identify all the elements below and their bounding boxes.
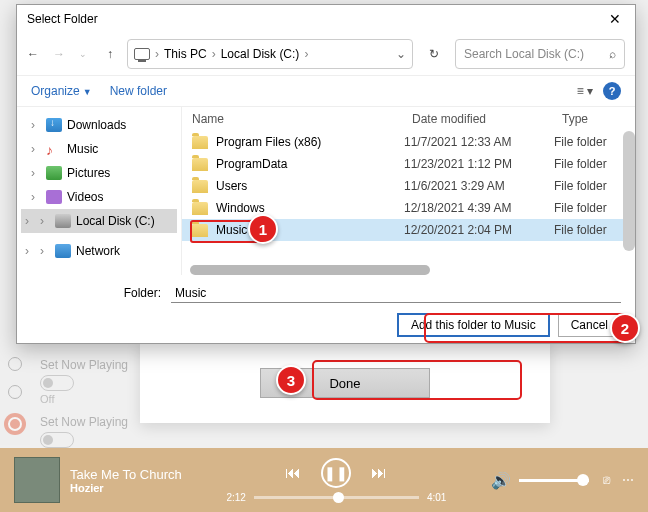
toggle-off[interactable] [40, 432, 74, 448]
pause-button[interactable]: ❚❚ [321, 458, 351, 488]
gear-icon [8, 385, 22, 399]
toggle-off[interactable] [40, 375, 74, 391]
file-name: Users [216, 179, 247, 193]
ic-net [55, 244, 71, 258]
up-button[interactable]: ↑ [107, 47, 113, 61]
view-options-icon[interactable]: ≡ ▾ [577, 84, 593, 98]
folder-input[interactable] [171, 283, 621, 303]
folder-icon [192, 136, 208, 149]
cast-icon[interactable]: ⎚ [603, 473, 610, 487]
expand-icon[interactable]: › [31, 118, 41, 132]
expand-icon[interactable]: › [25, 214, 35, 228]
file-row[interactable]: ProgramData11/23/2021 1:12 PMFile folder [182, 153, 635, 175]
volume-bar[interactable] [519, 479, 589, 482]
tree-item-pictures[interactable]: ›Pictures [21, 161, 177, 185]
chevron-right-icon[interactable]: › [212, 47, 216, 61]
ic-disk [55, 214, 71, 228]
new-folder-button[interactable]: New folder [110, 84, 167, 98]
forward-button[interactable]: → [53, 47, 65, 61]
search-input[interactable]: Search Local Disk (C:) ⌕ [455, 39, 625, 69]
back-button[interactable]: ← [27, 47, 39, 61]
volume-icon[interactable]: 🔊 [491, 471, 511, 490]
add-folder-button[interactable]: Add this folder to Music [397, 313, 550, 337]
expand-icon[interactable]: › [31, 142, 41, 156]
expand-icon[interactable]: › [31, 166, 41, 180]
time-total: 4:01 [427, 492, 446, 503]
col-name[interactable]: Name [192, 112, 412, 126]
breadcrumb[interactable]: Local Disk (C:) [221, 47, 300, 61]
file-name: ProgramData [216, 157, 287, 171]
file-date: 11/23/2021 1:12 PM [404, 157, 554, 171]
bg-option-label: Set Now Playing [40, 415, 128, 429]
tree-label: Pictures [67, 166, 110, 180]
file-name: Program Files (x86) [216, 135, 321, 149]
v-scrollbar[interactable] [623, 131, 635, 251]
dialog-footer: Folder: Add this folder to Music Cancel [17, 275, 635, 345]
col-type[interactable]: Type [562, 112, 635, 126]
select-folder-dialog: Select Folder ✕ ← → ⌄ ↑ › This PC › Loca… [16, 4, 636, 344]
refresh-button[interactable]: ↻ [419, 39, 449, 69]
next-icon[interactable]: ⏭ [371, 464, 387, 482]
nav-bar: ← → ⌄ ↑ › This PC › Local Disk (C:) › ⌄ … [17, 33, 635, 75]
ic-music [46, 142, 62, 156]
chevron-right-icon[interactable]: › [304, 47, 308, 61]
tree-label: Network [76, 244, 120, 258]
expand-icon[interactable]: › [40, 214, 50, 228]
titlebar: Select Folder ✕ [17, 5, 635, 33]
ic-down [46, 118, 62, 132]
tree-item-downloads[interactable]: ›Downloads [21, 113, 177, 137]
folder-icon [192, 224, 208, 237]
history-dropdown[interactable]: ⌄ [79, 49, 87, 59]
close-button[interactable]: ✕ [601, 9, 629, 29]
tree-label: Music [67, 142, 98, 156]
callout-1: 1 [248, 214, 278, 244]
file-date: 11/6/2021 3:29 AM [404, 179, 554, 193]
tree-item-local-disk-c-[interactable]: ››Local Disk (C:) [21, 209, 177, 233]
address-bar[interactable]: › This PC › Local Disk (C:) › ⌄ [127, 39, 413, 69]
tree-label: Videos [67, 190, 103, 204]
track-title: Take Me To Church [70, 467, 182, 482]
ic-vid [46, 190, 62, 204]
folder-icon [192, 202, 208, 215]
track-artist: Hozier [70, 482, 182, 494]
ic-pic [46, 166, 62, 180]
column-headers[interactable]: Name Date modified Type [182, 107, 635, 131]
file-name: Windows [216, 201, 265, 215]
time-elapsed: 2:12 [226, 492, 245, 503]
file-row[interactable]: Users11/6/2021 3:29 AMFile folder [182, 175, 635, 197]
search-placeholder: Search Local Disk (C:) [464, 47, 584, 61]
chevron-right-icon[interactable]: › [155, 47, 159, 61]
tree-label: Local Disk (C:) [76, 214, 155, 228]
callout-3: 3 [276, 365, 306, 395]
bg-option-label: Set Now Playing [40, 358, 128, 372]
tree-item-network[interactable]: ››Network [21, 239, 177, 263]
expand-icon[interactable]: › [40, 244, 50, 258]
folder-icon [192, 158, 208, 171]
done-panel: Done [140, 338, 550, 423]
prev-icon[interactable]: ⏮ [285, 464, 301, 482]
h-scrollbar[interactable] [190, 265, 430, 275]
file-row[interactable]: Program Files (x86)11/7/2021 12:33 AMFil… [182, 131, 635, 153]
addr-dropdown-icon[interactable]: ⌄ [396, 47, 406, 61]
tree-item-music[interactable]: ›Music [21, 137, 177, 161]
organize-menu[interactable]: Organize▼ [31, 84, 92, 98]
folder-icon [192, 180, 208, 193]
search-icon: ⌕ [609, 47, 616, 61]
progress-bar[interactable] [254, 496, 419, 499]
tree-label: Downloads [67, 118, 126, 132]
expand-icon[interactable]: › [25, 244, 35, 258]
more-icon[interactable]: ⋯ [622, 473, 634, 487]
file-row[interactable]: Windows12/18/2021 4:39 AMFile folder [182, 197, 635, 219]
album-art[interactable] [14, 457, 60, 503]
help-icon[interactable]: ? [603, 82, 621, 100]
user-icon [8, 357, 22, 371]
file-date: 12/18/2021 4:39 AM [404, 201, 554, 215]
folder-label: Folder: [31, 286, 161, 300]
file-list: Name Date modified Type Program Files (x… [181, 107, 635, 275]
tree-item-videos[interactable]: ›Videos [21, 185, 177, 209]
toolbar: Organize▼ New folder ≡ ▾ ? [17, 75, 635, 107]
callout-2: 2 [610, 313, 640, 343]
breadcrumb[interactable]: This PC [164, 47, 207, 61]
expand-icon[interactable]: › [31, 190, 41, 204]
col-date[interactable]: Date modified [412, 112, 562, 126]
